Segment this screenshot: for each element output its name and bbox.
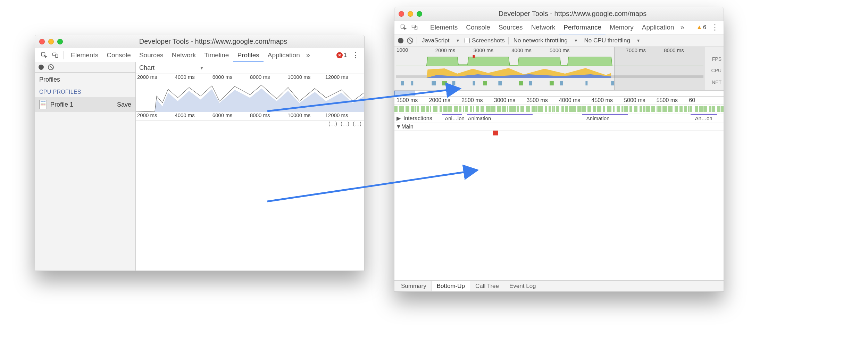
profiles-sidebar: Profiles CPU PROFILES Profile 1 Save bbox=[35, 62, 136, 271]
devtools-tabbar: Elements Console Sources Network Timelin… bbox=[35, 48, 364, 62]
devtools-tabbar: Elements Console Sources Network Perform… bbox=[394, 20, 724, 34]
clear-button[interactable] bbox=[48, 64, 54, 70]
bottom-tab-summary[interactable]: Summary bbox=[396, 281, 432, 291]
tab-sources[interactable]: Sources bbox=[135, 48, 168, 62]
device-toolbar-icon[interactable] bbox=[409, 22, 420, 33]
warning-count: 6 bbox=[703, 24, 706, 31]
tab-application[interactable]: Application bbox=[264, 48, 304, 62]
disclosure-down-icon[interactable]: ▼ bbox=[396, 124, 401, 130]
minimize-window-button[interactable] bbox=[408, 11, 413, 17]
scrub-bar[interactable] bbox=[394, 91, 724, 97]
tab-elements[interactable]: Elements bbox=[426, 20, 462, 34]
separator bbox=[423, 23, 423, 32]
warning-triangle-icon[interactable]: ▲ bbox=[696, 24, 702, 31]
inspect-icon[interactable] bbox=[39, 50, 50, 61]
caret-down-icon: ▼ bbox=[200, 66, 204, 70]
trunc: (…) bbox=[353, 121, 361, 128]
detail-ruler: 2000 ms 4000 ms 6000 ms 8000 ms 10000 ms… bbox=[136, 112, 364, 121]
flame-chart[interactable] bbox=[394, 131, 724, 280]
chart-mode-label: Chart bbox=[139, 64, 155, 72]
interactions-lane[interactable]: ▶ Interactions Ani…ion Animation Animati… bbox=[394, 114, 724, 123]
language-label: JavaScript bbox=[422, 37, 449, 44]
tab-timeline[interactable]: Timeline bbox=[200, 48, 233, 62]
separator bbox=[417, 37, 417, 44]
separator bbox=[508, 37, 509, 44]
window-titlebar: Developer Tools - https://www.google.com… bbox=[394, 7, 724, 20]
tab-console[interactable]: Console bbox=[462, 20, 494, 34]
tick: 12000 ms bbox=[325, 74, 363, 82]
tick: 8000 ms bbox=[250, 74, 287, 82]
cpu-overview[interactable] bbox=[136, 82, 364, 112]
zoom-window-button[interactable] bbox=[417, 11, 422, 17]
bottom-tab-bottomup[interactable]: Bottom-Up bbox=[432, 281, 470, 291]
window-titlebar: Developer Tools - https://www.google.com… bbox=[35, 35, 364, 48]
tab-network[interactable]: Network bbox=[168, 48, 200, 62]
trunc: (…) bbox=[341, 121, 349, 128]
clear-button[interactable] bbox=[407, 38, 413, 44]
device-toolbar-icon[interactable] bbox=[50, 50, 61, 61]
tab-sources[interactable]: Sources bbox=[494, 20, 527, 34]
network-throttle-label: No network throttling bbox=[514, 37, 568, 44]
close-window-button[interactable] bbox=[399, 11, 404, 17]
chart-mode-select[interactable]: Chart ▼ bbox=[136, 62, 364, 74]
more-tabs-icon[interactable]: » bbox=[304, 51, 312, 59]
close-window-button[interactable] bbox=[39, 39, 45, 44]
screenshots-label: Screenshots bbox=[472, 37, 505, 44]
window-title: Developer Tools - https://www.google.com… bbox=[66, 38, 360, 45]
frames-lane[interactable] bbox=[394, 105, 724, 114]
perf-toolbar: JavaScript ▼ Screenshots No network thro… bbox=[394, 34, 724, 47]
inspect-icon[interactable] bbox=[398, 22, 409, 33]
error-badge-icon[interactable]: ✕ bbox=[336, 52, 343, 58]
bottom-tab-calltree[interactable]: Call Tree bbox=[470, 281, 504, 291]
tab-memory[interactable]: Memory bbox=[606, 20, 638, 34]
tab-performance[interactable]: Performance bbox=[559, 20, 606, 34]
tab-console[interactable]: Console bbox=[102, 48, 135, 62]
main-label: Main bbox=[401, 124, 414, 130]
settings-kebab-icon[interactable]: ⋮ bbox=[710, 23, 720, 32]
tab-profiles[interactable]: Profiles bbox=[233, 48, 263, 62]
overview-panel[interactable]: 1000 ms 2000 ms 3000 ms 4000 ms 5000 ms … bbox=[394, 47, 724, 91]
tick: 2500 ms bbox=[461, 97, 494, 104]
fps-label: FPS bbox=[707, 56, 721, 62]
tick: 4000 ms bbox=[175, 74, 212, 82]
caret-down-icon: ▼ bbox=[636, 38, 641, 43]
main-lane-header[interactable]: ▼ Main bbox=[394, 123, 724, 131]
flame-chart[interactable] bbox=[136, 128, 364, 271]
cpu-throttle-select[interactable]: No CPU throttling ▼ bbox=[583, 37, 642, 44]
profiles-toolbar bbox=[35, 62, 135, 73]
disclosure-right-icon[interactable]: ▶ bbox=[396, 115, 401, 122]
profile-save-link[interactable]: Save bbox=[117, 101, 131, 108]
svg-rect-2 bbox=[56, 54, 58, 57]
tick: 6000 ms bbox=[212, 112, 250, 120]
network-throttle-select[interactable]: No network throttling ▼ bbox=[512, 37, 579, 44]
tick: 60 bbox=[689, 97, 721, 104]
tick: 4000 ms bbox=[175, 112, 212, 120]
tick: 3000 ms bbox=[494, 97, 527, 104]
record-button[interactable] bbox=[398, 38, 403, 43]
more-tabs-icon[interactable]: » bbox=[678, 23, 686, 31]
tick: 6000 ms bbox=[212, 74, 250, 82]
record-button[interactable] bbox=[39, 65, 44, 70]
animation-label: An…on bbox=[694, 115, 713, 122]
overview-selection[interactable] bbox=[394, 47, 615, 90]
tab-elements[interactable]: Elements bbox=[67, 48, 102, 62]
screenshots-checkbox[interactable] bbox=[465, 38, 470, 43]
zoom-window-button[interactable] bbox=[57, 39, 63, 44]
profiles-header: Profiles bbox=[35, 73, 135, 87]
scrub-handle[interactable] bbox=[394, 91, 415, 96]
bottom-tabbar: Summary Bottom-Up Call Tree Event Log bbox=[394, 280, 724, 291]
tick: 5000 ms bbox=[624, 97, 657, 104]
detail-ruler: 1500 ms 2000 ms 2500 ms 3000 ms 3500 ms … bbox=[394, 97, 724, 105]
tick: 2000 ms bbox=[429, 97, 462, 104]
tick: 4500 ms bbox=[592, 97, 624, 104]
tab-network[interactable]: Network bbox=[527, 20, 560, 34]
language-select[interactable]: JavaScript ▼ bbox=[420, 37, 461, 44]
separator bbox=[64, 51, 64, 59]
screenshots-toggle[interactable]: Screenshots bbox=[465, 37, 505, 44]
settings-kebab-icon[interactable]: ⋮ bbox=[350, 51, 361, 60]
animation-label: Animation bbox=[467, 115, 492, 122]
profile-item[interactable]: Profile 1 Save bbox=[35, 97, 135, 112]
minimize-window-button[interactable] bbox=[48, 39, 54, 44]
bottom-tab-eventlog[interactable]: Event Log bbox=[504, 281, 541, 291]
tab-application[interactable]: Application bbox=[638, 20, 678, 34]
